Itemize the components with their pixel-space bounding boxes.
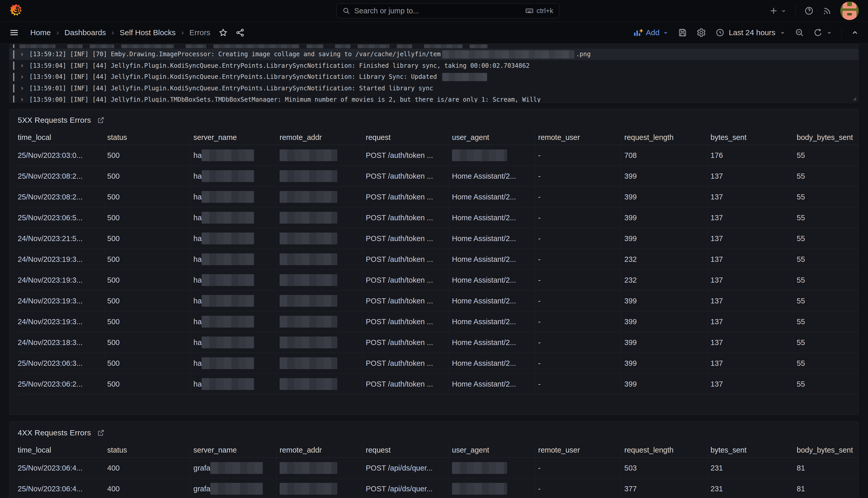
cell-status: 500 <box>104 270 190 290</box>
column-header-remote_user[interactable]: remote_user <box>535 130 621 145</box>
redacted-blur <box>280 253 337 265</box>
column-header-time_local[interactable]: time_local <box>18 130 104 145</box>
cell-user_agent: Home Assistant/2... <box>449 374 535 394</box>
cell-request: POST /auth/token ... <box>363 291 449 311</box>
add-label: Add <box>646 28 660 37</box>
cell-user_agent: Home Assistant/2... <box>449 291 535 311</box>
cell-status: 500 <box>104 311 190 332</box>
cell-user_agent: Home Assistant/2... <box>449 353 535 374</box>
cell-user_agent: Home Assistant/2... <box>449 270 535 290</box>
external-link-icon[interactable] <box>97 429 104 436</box>
column-header-request_length[interactable]: request_length <box>621 443 707 457</box>
redacted-blur <box>67 44 83 48</box>
cell-user_agent <box>449 458 535 478</box>
search-placeholder: Search or jump to... <box>354 7 419 15</box>
share-icon[interactable] <box>235 28 245 37</box>
refresh-interval-chevron-icon[interactable] <box>826 29 832 36</box>
cell-status: 500 <box>104 332 190 353</box>
menu-hamburger-icon[interactable] <box>9 28 19 38</box>
cell-status: 400 <box>104 479 190 498</box>
dashboard-settings-gear-icon[interactable] <box>696 28 706 38</box>
column-header-status[interactable]: status <box>104 130 190 145</box>
cell-status: 500 <box>104 187 190 207</box>
table-body-0: 25/Nov/2023:03:0...500haPOST /auth/token… <box>18 145 859 395</box>
cell-bytes_sent: 231 <box>707 458 794 478</box>
cell-user_agent: Home Assistant/2... <box>449 166 535 186</box>
refresh-icon[interactable] <box>813 28 823 37</box>
column-header-request_length[interactable]: request_length <box>621 130 707 145</box>
column-header-bytes_sent[interactable]: bytes_sent <box>707 130 794 145</box>
column-header-remote_user[interactable]: remote_user <box>535 443 621 457</box>
breadcrumb-dashboards[interactable]: Dashboards <box>64 28 106 37</box>
news-rss-icon[interactable] <box>822 6 831 15</box>
panel-resize-handle[interactable] <box>851 95 857 101</box>
table-row: 24/Nov/2023:19:3...500haPOST /auth/token… <box>18 311 859 332</box>
cell-remote_user: - <box>535 332 621 353</box>
cell-time: 25/Nov/2023:06:5... <box>18 207 104 228</box>
log-level-bar <box>13 44 14 48</box>
zoom-out-time-icon[interactable] <box>795 28 804 37</box>
log-expand-chevron-icon[interactable] <box>19 86 25 91</box>
cell-server: grafa <box>190 479 276 498</box>
cell-time: 24/Nov/2023:19:3... <box>18 291 104 311</box>
log-message: [13:59:04] [INF] [44] Jellyfin.Plugin.Ko… <box>29 73 489 81</box>
search-icon <box>342 7 350 15</box>
chevron-down-icon <box>781 8 787 14</box>
log-expand-chevron-icon[interactable] <box>19 75 25 80</box>
grafana-logo-icon[interactable] <box>9 3 23 18</box>
cell-user_agent: Home Assistant/2... <box>449 249 535 270</box>
cell-remote_user: - <box>535 374 621 394</box>
log-level-bar <box>13 50 14 58</box>
column-header-server_name[interactable]: server_name <box>190 130 276 145</box>
column-header-status[interactable]: status <box>104 443 190 457</box>
collapse-toolbar-chevron-up-icon[interactable] <box>851 29 859 37</box>
log-expand-chevron-icon[interactable] <box>19 97 25 102</box>
redacted-blur <box>442 50 574 58</box>
log-expand-chevron-icon[interactable] <box>19 52 25 57</box>
new-plus-button[interactable] <box>769 6 787 15</box>
time-range-picker[interactable]: Last 24 hours <box>715 28 786 37</box>
column-header-time_local[interactable]: time_local <box>18 443 104 457</box>
cell-time: 24/Nov/2023:18:3... <box>18 332 104 353</box>
column-header-body_bytes_sent[interactable]: body_bytes_sent <box>794 130 859 145</box>
user-avatar[interactable] <box>840 2 859 20</box>
cell-status: 500 <box>104 166 190 186</box>
cell-remote <box>276 458 363 478</box>
table-row: 25/Nov/2023:06:2...500haPOST /auth/token… <box>18 374 859 395</box>
cell-remote <box>276 479 363 498</box>
column-header-request[interactable]: request <box>363 130 449 145</box>
external-link-icon[interactable] <box>97 117 104 124</box>
cell-server: ha <box>190 311 276 332</box>
cell-request: POST /auth/token ... <box>363 374 449 394</box>
column-header-bytes_sent[interactable]: bytes_sent <box>707 443 794 457</box>
add-panel-button[interactable]: Add <box>633 28 669 38</box>
grafana-dashboard: { "topnav": { "search_placeholder": "Sea… <box>0 0 868 498</box>
column-header-remote_addr[interactable]: remote_addr <box>276 443 363 457</box>
save-dashboard-icon[interactable] <box>678 28 687 37</box>
redacted-blur <box>280 170 337 182</box>
panel-header: 4XX Requests Errors <box>18 427 858 439</box>
column-header-body_bytes_sent[interactable]: body_bytes_sent <box>794 443 859 457</box>
cell-remote_user: - <box>535 458 621 478</box>
cell-server: ha <box>190 374 276 394</box>
breadcrumb-home[interactable]: Home <box>30 28 51 37</box>
cell-bytes_sent: 137 <box>707 291 794 311</box>
column-header-user_agent[interactable]: user_agent <box>449 130 535 145</box>
log-expand-chevron-icon[interactable] <box>19 63 25 68</box>
redacted-blur <box>424 44 462 48</box>
search-input[interactable]: Search or jump to... ctrl+k <box>337 3 559 18</box>
cell-remote <box>276 291 363 311</box>
panel-header: 5XX Requests Errors <box>18 114 858 126</box>
help-icon[interactable] <box>804 6 814 15</box>
column-header-server_name[interactable]: server_name <box>190 443 276 457</box>
column-header-user_agent[interactable]: user_agent <box>449 443 535 457</box>
column-header-remote_addr[interactable]: remote_addr <box>276 130 363 145</box>
cell-time: 24/Nov/2023:21:5... <box>18 228 104 249</box>
clock-icon <box>715 28 724 37</box>
favorite-star-icon[interactable] <box>219 28 228 37</box>
logs-panel: [13:59:12] [INF] [70] Emby.Drawing.Image… <box>9 44 859 103</box>
cell-request_length: 399 <box>621 291 707 311</box>
column-header-request[interactable]: request <box>363 443 449 457</box>
breadcrumb-self-host-blocks[interactable]: Self Host Blocks <box>120 28 175 37</box>
cell-request: POST /auth/token ... <box>363 353 449 374</box>
